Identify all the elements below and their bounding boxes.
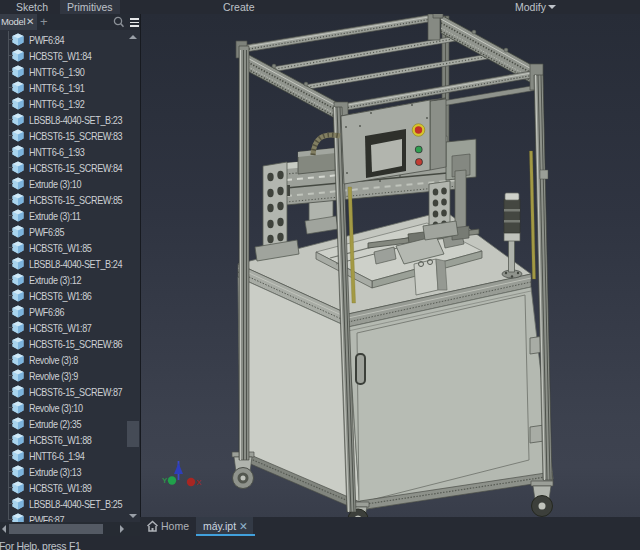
svg-text:Y: Y — [162, 476, 168, 485]
svg-text:X: X — [196, 478, 202, 487]
